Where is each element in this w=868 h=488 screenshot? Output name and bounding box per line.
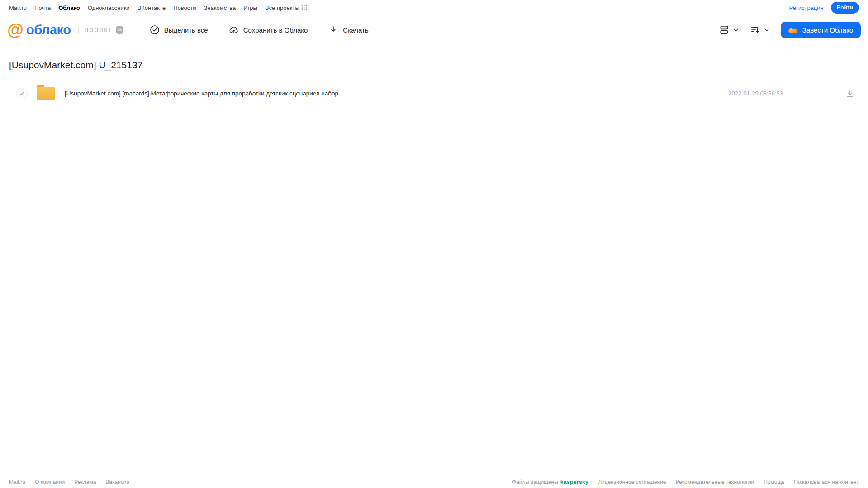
kaspersky-protection: Файлы защищены kaspersky [512,479,588,485]
file-row[interactable]: [UsupovMarket.com] [macards] Метафоричес… [0,83,868,104]
portal-link-oblako[interactable]: Облако [58,5,80,11]
cloud-icon [788,26,798,34]
chevron-down-icon [733,27,739,33]
main: [UsupovMarket.com] U_215137 [UsupovMarke… [0,60,868,104]
get-cloud-label: Завести Облако [802,26,853,34]
kaspersky-prefix: Файлы защищены [512,479,558,485]
save-to-cloud-label: Сохранить в Облако [243,26,308,34]
folder-icon [37,87,55,100]
portal-link-all-projects[interactable]: Все проекты [265,5,299,11]
portal-link-pochta[interactable]: Почта [34,5,51,11]
footer-left: Mail.ru О компании Реклама Вакансии [9,479,129,485]
chevron-down-icon [764,27,770,33]
get-cloud-button[interactable]: Завести Облако [781,22,861,38]
mailru-at-icon: @ [7,21,24,38]
footer-link-help[interactable]: Помощь [764,479,784,485]
download-icon [328,25,338,35]
file-name[interactable]: [UsupovMarket.com] [macards] Метафоричес… [65,90,728,97]
select-all-label: Выделить все [164,26,208,34]
check-circle-icon [150,25,160,35]
footer-link-recommendations[interactable]: Рекомендательные технологии [676,479,754,485]
footer-right: Файлы защищены kaspersky Лицензионное со… [512,479,859,485]
download-button[interactable]: Скачать [328,25,368,35]
sort-selector[interactable] [750,24,770,35]
select-all-button[interactable]: Выделить все [150,25,208,35]
sort-icon [750,24,761,35]
portal-link-novosti[interactable]: Новости [173,5,196,11]
row-download-icon[interactable] [845,89,854,98]
header-right: Завести Облако [718,22,861,38]
footer-link-jobs[interactable]: Вакансии [105,479,129,485]
logo-text: облако [26,23,71,38]
vk-badge-icon: vk [116,26,123,34]
file-date: 2022-01-29 08:36:53 [728,90,783,97]
login-button[interactable]: Войти [831,2,859,14]
apps-grid-icon[interactable] [301,5,307,11]
list-view-icon [718,24,730,36]
footer-link-license[interactable]: Лицензионное соглашение [598,479,666,485]
project-label: проект [85,26,113,34]
footer: Mail.ru О компании Реклама Вакансии Файл… [0,476,868,488]
header: @ облако | проект vk Выделить все Сохран… [0,15,868,44]
footer-link-company[interactable]: О компании [35,479,65,485]
cloud-upload-icon [229,25,239,35]
file-list: [UsupovMarket.com] [macards] Метафоричес… [0,83,868,104]
footer-link-ads[interactable]: Реклама [74,479,96,485]
registration-link[interactable]: Регистрация [789,5,824,11]
portal-link-igry[interactable]: Игры [243,5,257,11]
footer-link-report[interactable]: Пожаловаться на контент [794,479,859,485]
cloud-logo[interactable]: @ облако | проект vk [7,22,123,38]
portal-link-mailru[interactable]: Mail.ru [9,5,27,11]
save-to-cloud-button[interactable]: Сохранить в Облако [229,25,308,35]
portal-nav: Mail.ru Почта Облако Одноклассники ВКонт… [0,0,868,15]
footer-link-mailru[interactable]: Mail.ru [9,479,25,485]
portal-link-vkontakte[interactable]: ВКонтакте [138,5,166,11]
portal-link-odnoklassniki[interactable]: Одноклассники [88,5,130,11]
kaspersky-logo[interactable]: kaspersky [560,479,588,485]
view-mode-selector[interactable] [718,24,739,36]
portal-link-znakomstva[interactable]: Знакомства [204,5,236,11]
toolbar: Выделить все Сохранить в Облако Скачать [150,25,369,35]
row-checkbox[interactable] [16,88,28,99]
logo-divider: | [77,25,79,34]
download-label: Скачать [343,26,368,34]
check-icon [19,91,24,96]
page-title: [UsupovMarket.com] U_215137 [9,60,868,71]
